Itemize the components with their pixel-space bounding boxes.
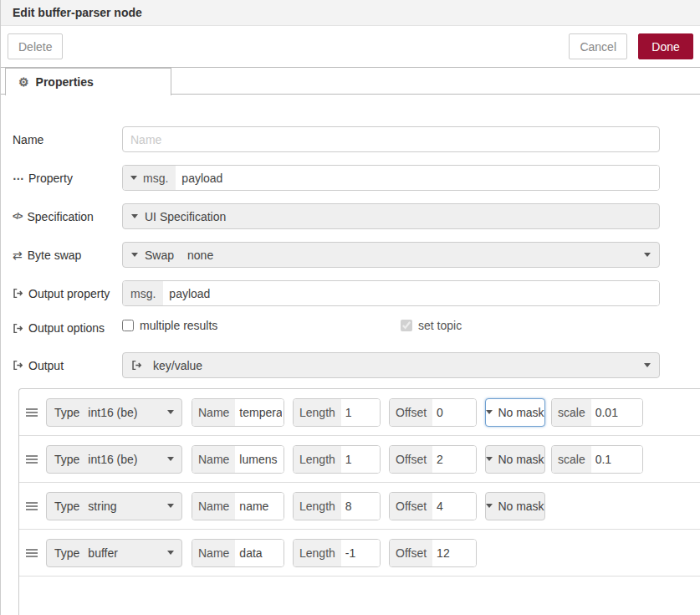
specification-label: </> Specification bbox=[13, 210, 122, 223]
item-length-field: Length bbox=[293, 398, 381, 427]
specification-select[interactable]: UI Specification bbox=[122, 203, 660, 229]
output-property-input[interactable] bbox=[163, 281, 659, 305]
specification-row: </> Specification UI Specification bbox=[13, 203, 700, 229]
list-item: Type int16 (be) Name Length Offset No ma… bbox=[19, 389, 700, 436]
properties-form: Name ⋯ Property msg. </> Specification bbox=[1, 95, 700, 378]
item-mask-select[interactable]: No mask bbox=[485, 445, 545, 474]
item-type-select[interactable]: Type int16 (be) bbox=[46, 445, 182, 474]
ellipsis-icon: ⋯ bbox=[13, 172, 23, 185]
list-item: Type buffer Name Length Offset bbox=[19, 530, 700, 577]
item-length-field: Length bbox=[293, 492, 381, 520]
item-offset-field: Offset bbox=[389, 445, 477, 474]
item-mask-select[interactable]: No mask bbox=[485, 492, 545, 520]
item-length-input[interactable] bbox=[341, 399, 380, 426]
edit-node-dialog: Edit buffer-parser node Delete Cancel Do… bbox=[0, 0, 700, 615]
name-label: Name bbox=[13, 133, 122, 146]
item-length-input[interactable] bbox=[341, 446, 380, 473]
output-row: Output key/value bbox=[13, 352, 700, 378]
property-row: ⋯ Property msg. bbox=[13, 165, 700, 191]
item-offset-input[interactable] bbox=[432, 493, 476, 520]
item-offset-input[interactable] bbox=[432, 540, 476, 566]
caret-down-icon bbox=[167, 504, 174, 508]
output-options-label: Output options bbox=[13, 321, 122, 335]
item-offset-input[interactable] bbox=[432, 446, 476, 473]
caret-down-icon bbox=[486, 504, 493, 508]
item-offset-field: Offset bbox=[389, 398, 477, 427]
item-name-field: Name bbox=[192, 492, 284, 520]
item-offset-field: Offset bbox=[389, 492, 477, 520]
output-options-row: Output options multiple results set topi… bbox=[13, 319, 700, 337]
caret-down-icon bbox=[167, 410, 174, 414]
output-label: Output bbox=[13, 359, 122, 372]
property-typedinput: msg. bbox=[122, 165, 660, 191]
item-name-input[interactable] bbox=[235, 399, 284, 426]
property-type-button[interactable]: msg. bbox=[123, 166, 176, 190]
item-scale-input[interactable] bbox=[591, 446, 642, 473]
caret-down-icon bbox=[131, 214, 138, 218]
toolbar-right-group: Cancel Done bbox=[569, 33, 693, 59]
item-mask-select[interactable]: No mask bbox=[485, 398, 545, 427]
item-name-field: Name bbox=[192, 445, 284, 474]
caret-down-icon bbox=[486, 457, 493, 461]
dialog-title: Edit buffer-parser node bbox=[13, 6, 142, 19]
output-property-row: Output property msg. bbox=[13, 280, 700, 306]
drag-handle-icon[interactable] bbox=[26, 549, 38, 551]
item-type-select[interactable]: Type buffer bbox=[46, 539, 182, 567]
output-options-group: multiple results set topic bbox=[122, 319, 660, 337]
item-scale-field: scale bbox=[551, 398, 643, 427]
property-label: ⋯ Property bbox=[13, 172, 122, 185]
item-length-input[interactable] bbox=[341, 540, 380, 566]
byteswap-row: ⇄ Byte swap Swap none bbox=[13, 242, 700, 268]
cancel-button[interactable]: Cancel bbox=[569, 33, 627, 59]
item-offset-input[interactable] bbox=[432, 399, 476, 426]
output-property-typedinput: msg. bbox=[122, 280, 660, 306]
item-name-input[interactable] bbox=[235, 446, 284, 473]
item-type-select[interactable]: Type int16 (be) bbox=[46, 398, 182, 427]
item-offset-field: Offset bbox=[389, 539, 477, 567]
sign-out-icon bbox=[13, 360, 23, 371]
multiple-results-option: multiple results bbox=[122, 319, 217, 332]
caret-down-icon bbox=[131, 253, 138, 257]
set-topic-option: set topic bbox=[401, 319, 462, 332]
drag-handle-icon[interactable] bbox=[26, 455, 38, 457]
item-scale-field: scale bbox=[551, 445, 643, 474]
property-input[interactable] bbox=[176, 166, 659, 190]
done-button[interactable]: Done bbox=[638, 33, 693, 59]
list-item: Type string Name Length Offset No mask bbox=[19, 483, 700, 530]
item-type-select[interactable]: Type string bbox=[46, 492, 182, 520]
multiple-results-checkbox[interactable] bbox=[122, 320, 134, 331]
output-select[interactable]: key/value bbox=[122, 352, 660, 378]
list-item: Type int16 (be) Name Length Offset No ma… bbox=[19, 436, 700, 483]
tab-label: Properties bbox=[36, 75, 94, 89]
item-name-input[interactable] bbox=[235, 493, 284, 520]
caret-down-icon bbox=[167, 457, 174, 461]
caret-down-icon bbox=[644, 363, 651, 367]
dialog-toolbar: Delete Cancel Done bbox=[1, 26, 700, 68]
gear-icon: ⚙ bbox=[18, 76, 29, 88]
item-name-field: Name bbox=[192, 398, 284, 427]
name-input[interactable] bbox=[122, 126, 660, 152]
byteswap-select[interactable]: Swap none bbox=[122, 242, 660, 268]
tab-properties[interactable]: ⚙ Properties bbox=[5, 68, 171, 95]
item-name-input[interactable] bbox=[235, 540, 284, 566]
tab-bar: ⚙ Properties bbox=[1, 68, 700, 95]
caret-down-icon bbox=[486, 410, 493, 414]
item-length-field: Length bbox=[293, 445, 381, 474]
sign-out-icon bbox=[131, 360, 142, 371]
set-topic-checkbox bbox=[401, 320, 412, 331]
output-property-prefix: msg. bbox=[123, 281, 163, 305]
caret-down-icon bbox=[167, 551, 174, 555]
sign-out-icon bbox=[13, 323, 23, 334]
sign-out-icon bbox=[13, 288, 23, 299]
swap-icon: ⇄ bbox=[13, 249, 23, 262]
dialog-header: Edit buffer-parser node bbox=[1, 0, 700, 26]
item-length-input[interactable] bbox=[341, 493, 380, 520]
item-scale-input[interactable] bbox=[591, 399, 642, 426]
delete-button[interactable]: Delete bbox=[8, 33, 63, 59]
name-row: Name bbox=[13, 126, 700, 152]
drag-handle-icon[interactable] bbox=[26, 502, 38, 504]
drag-handle-icon[interactable] bbox=[26, 408, 38, 410]
caret-down-icon bbox=[130, 176, 137, 180]
item-length-field: Length bbox=[293, 539, 381, 567]
output-property-label: Output property bbox=[13, 287, 122, 300]
